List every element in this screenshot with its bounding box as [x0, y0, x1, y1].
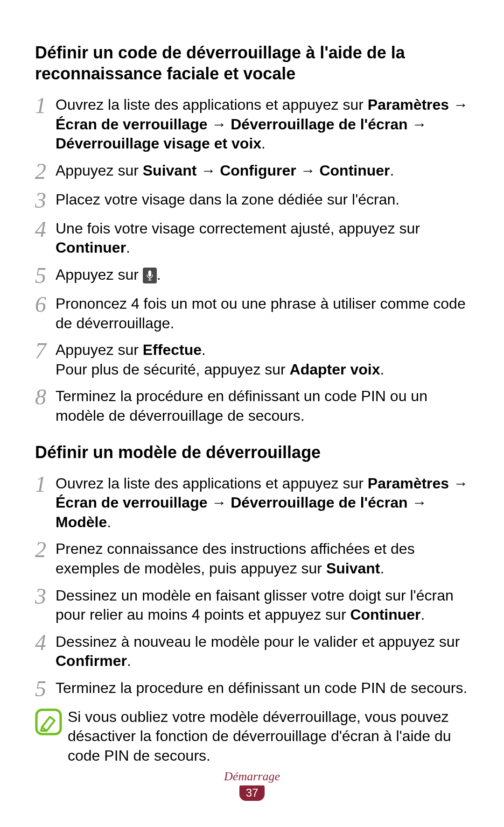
step-3: 3 Dessinez un modèle en faisant glisser …	[35, 586, 469, 625]
step-number: 7	[35, 339, 56, 362]
step-body: Appuyez sur .	[56, 265, 469, 285]
footer-category: Démarrage	[0, 770, 504, 784]
section2-steps: 1 Ouvrez la liste des applications et ap…	[35, 474, 469, 700]
section1-steps: 1 Ouvrez la liste des applications et ap…	[35, 95, 469, 426]
step-body: Terminez la procedure en définissant un …	[56, 679, 469, 698]
step-body: Prenez connaissance des instructions aff…	[56, 539, 469, 578]
step-number: 2	[35, 538, 56, 561]
step-number: 1	[35, 473, 56, 495]
step-number: 6	[35, 293, 56, 316]
step-body: Prononcez 4 fois un mot ou une phrase à …	[56, 294, 469, 333]
step-number: 4	[35, 218, 56, 240]
step-6: 6 Prononcez 4 fois un mot ou une phrase …	[35, 294, 469, 333]
step-number: 1	[35, 94, 56, 117]
section2-heading: Définir un modèle de déverrouillage	[35, 442, 469, 463]
section1-heading: Définir un code de déverrouillage à l'ai…	[35, 42, 469, 84]
step-4: 4 Dessinez à nouveau le modèle pour le v…	[35, 632, 469, 671]
step-body: Une fois votre visage correctement ajust…	[56, 219, 469, 258]
page-footer: Démarrage 37	[0, 770, 504, 801]
step-number: 2	[35, 160, 56, 183]
step-4: 4 Une fois votre visage correctement aju…	[35, 219, 469, 258]
step-5: 5 Terminez la procedure en définissant u…	[35, 679, 469, 700]
step-body: Dessinez à nouveau le modèle pour le val…	[56, 632, 469, 671]
step-2: 2 Prenez connaissance des instructions a…	[35, 539, 469, 578]
note-block: Si vous oubliez votre modèle déverrouill…	[35, 707, 469, 766]
note-icon	[35, 708, 62, 735]
step-number: 4	[35, 631, 56, 654]
step-number: 3	[35, 585, 56, 608]
step-3: 3 Placez votre visage dans la zone dédié…	[35, 190, 469, 212]
step-body: Appuyez sur Suivant → Configurer → Conti…	[56, 161, 469, 181]
svg-rect-0	[36, 710, 61, 734]
manual-page: Définir un code de déverrouillage à l'ai…	[0, 0, 504, 827]
step-body: Ouvrez la liste des applications et appu…	[56, 474, 469, 532]
step-body: Terminez la procédure en définissant un …	[56, 387, 469, 425]
page-number-badge: 37	[239, 785, 265, 801]
step-1: 1 Ouvrez la liste des applications et ap…	[35, 95, 469, 154]
step-number: 5	[35, 264, 56, 287]
step-number: 3	[35, 189, 56, 212]
step-body: Ouvrez la liste des applications et appu…	[56, 95, 469, 154]
step-1: 1 Ouvrez la liste des applications et ap…	[35, 474, 469, 532]
step-5: 5 Appuyez sur .	[35, 265, 469, 287]
step-number: 5	[35, 678, 56, 700]
section2: Définir un modèle de déverrouillage 1 Ou…	[35, 442, 469, 766]
step-7: 7 Appuyez sur Effectue. Pour plus de séc…	[35, 340, 469, 379]
step-body: Placez votre visage dans la zone dédiée …	[56, 190, 469, 210]
step-body: Appuyez sur Effectue. Pour plus de sécur…	[56, 340, 469, 379]
step-2: 2 Appuyez sur Suivant → Configurer → Con…	[35, 161, 469, 183]
microphone-icon	[143, 268, 157, 283]
step-number: 8	[35, 386, 56, 408]
note-text: Si vous oubliez votre modèle déverrouill…	[68, 707, 469, 766]
step-8: 8 Terminez la procédure en définissant u…	[35, 387, 469, 425]
step-body: Dessinez un modèle en faisant glisser vo…	[56, 586, 469, 625]
